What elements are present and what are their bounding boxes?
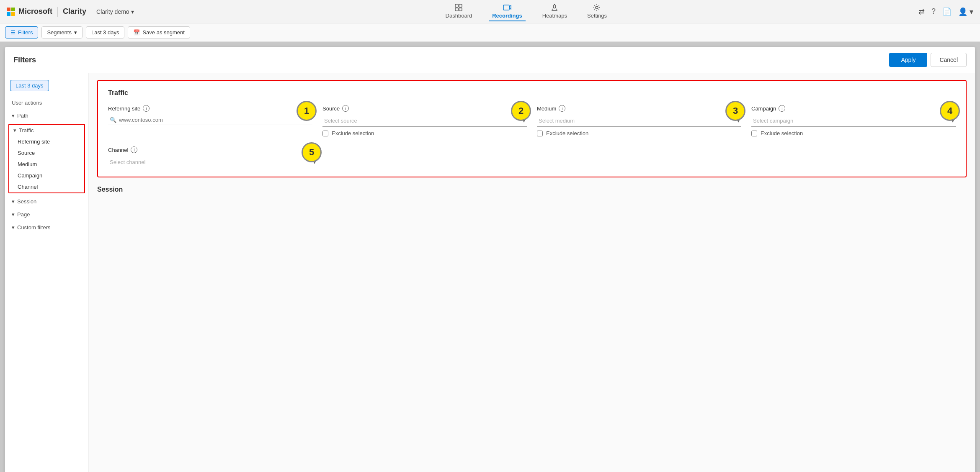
- traffic-row-2: Channel i Select channel ▾ 5: [108, 146, 956, 168]
- sidebar-item-medium[interactable]: Medium: [9, 159, 84, 170]
- chevron-page-icon: ▾: [12, 211, 15, 218]
- cancel-button[interactable]: Cancel: [931, 53, 967, 67]
- days-label: Last 3 days: [91, 29, 119, 36]
- app-label: Clarity: [63, 7, 86, 16]
- path-label: Path: [17, 113, 28, 119]
- campaign-select[interactable]: Select campaign ▾: [751, 115, 956, 127]
- badge-5: 5: [302, 142, 322, 162]
- source-select[interactable]: Select source ▾: [322, 115, 527, 127]
- sidebar-page[interactable]: ▾ Page: [5, 208, 88, 221]
- session-title: Session: [97, 186, 967, 193]
- filter-header: Filters Apply Cancel: [5, 47, 975, 73]
- referring-site-info-icon[interactable]: i: [143, 105, 150, 112]
- notifications-button[interactable]: 📄: [942, 7, 952, 16]
- referring-site-input-wrap: 🔍: [108, 115, 312, 125]
- sidebar-session-section: ▾ Session: [5, 195, 88, 208]
- referring-site-input[interactable]: [119, 117, 311, 123]
- traffic-section-box: Traffic Referring site i 🔍 1: [97, 80, 967, 177]
- chevron-session-icon: ▾: [12, 198, 15, 205]
- source-exclude-row: Exclude selection: [322, 130, 527, 136]
- account-button[interactable]: 👤 ▾: [958, 7, 973, 16]
- medium-group: Medium i Select medium ▾ Exclude selecti…: [537, 105, 741, 136]
- medium-exclude-checkbox[interactable]: [537, 131, 543, 136]
- traffic-row-1: Referring site i 🔍 1 Source i: [108, 105, 956, 136]
- chevron-custom-icon: ▾: [12, 224, 15, 231]
- days-button[interactable]: Last 3 days: [86, 26, 125, 38]
- segments-chevron-icon: ▾: [74, 29, 77, 36]
- channel-placeholder: Select channel: [110, 159, 145, 165]
- source-info-icon[interactable]: i: [342, 105, 349, 112]
- filter-sidebar: Last 3 days User actions ▾ Path ▾ Traffi…: [5, 73, 89, 472]
- sidebar-date-button[interactable]: Last 3 days: [10, 80, 49, 91]
- filters-label: Filters: [18, 29, 33, 36]
- sidebar-traffic-section: ▾ Traffic Referring site Source Medium C…: [8, 124, 85, 193]
- project-dropdown[interactable]: Clarity demo ▾: [96, 8, 134, 15]
- campaign-info-icon[interactable]: i: [779, 105, 785, 112]
- svg-rect-3: [459, 8, 462, 11]
- filter-body: Last 3 days User actions ▾ Path ▾ Traffi…: [5, 73, 975, 472]
- svg-rect-0: [455, 4, 458, 7]
- sidebar-traffic-header[interactable]: ▾ Traffic: [9, 125, 84, 136]
- source-exclude-label: Exclude selection: [332, 130, 374, 136]
- svg-rect-4: [503, 5, 509, 10]
- sidebar-item-referring-site[interactable]: Referring site: [9, 136, 84, 147]
- referring-site-label: Referring site: [108, 105, 140, 112]
- user-actions-label: User actions: [12, 100, 42, 106]
- nav-settings[interactable]: Settings: [584, 2, 610, 21]
- sidebar-user-actions-section: User actions: [5, 96, 88, 109]
- save-segment-button[interactable]: 📅 Save as segment: [128, 26, 190, 38]
- channel-spacer: [328, 146, 956, 168]
- nav-dashboard[interactable]: Dashboard: [442, 2, 476, 21]
- search-icon: 🔍: [110, 117, 116, 123]
- sidebar-custom-filters[interactable]: ▾ Custom filters: [5, 221, 88, 234]
- nav-heatmaps-label: Heatmaps: [542, 13, 567, 19]
- filter-title: Filters: [13, 56, 36, 64]
- session-label: Session: [17, 198, 36, 205]
- segments-label: Segments: [47, 29, 72, 36]
- segments-button[interactable]: Segments ▾: [41, 26, 83, 38]
- medium-info-icon[interactable]: i: [559, 105, 565, 112]
- channel-label: Channel: [108, 147, 128, 153]
- sidebar-item-channel[interactable]: Channel: [9, 181, 84, 192]
- sidebar-custom-section: ▾ Custom filters: [5, 221, 88, 234]
- channel-group: Channel i Select channel ▾ 5: [108, 146, 317, 168]
- channel-select[interactable]: Select channel ▾: [108, 156, 317, 168]
- svg-rect-2: [455, 8, 458, 11]
- microsoft-logo: [7, 8, 15, 16]
- referring-site-label-row: Referring site i: [108, 105, 312, 112]
- sidebar-user-actions[interactable]: User actions: [5, 96, 88, 109]
- source-label-row: Source i: [322, 105, 527, 112]
- campaign-exclude-label: Exclude selection: [761, 130, 803, 136]
- sidebar-item-campaign[interactable]: Campaign: [9, 170, 84, 181]
- source-group: Source i Select source ▾ Exclude selecti…: [322, 105, 527, 136]
- sidebar-path[interactable]: ▾ Path: [5, 109, 88, 122]
- apply-button[interactable]: Apply: [889, 53, 927, 67]
- ms-label: Microsoft: [18, 7, 52, 16]
- toolbar: ☰ Filters Segments ▾ Last 3 days 📅 Save …: [0, 23, 980, 42]
- badge-4: 4: [940, 101, 960, 121]
- traffic-section-label: Traffic: [19, 127, 34, 133]
- heatmaps-icon: [550, 3, 559, 12]
- chevron-traffic-icon: ▾: [13, 127, 16, 133]
- filter-panel: Filters Apply Cancel Last 3 days User ac…: [5, 47, 975, 472]
- help-button[interactable]: ?: [931, 7, 936, 16]
- share-button[interactable]: ⇄: [918, 7, 925, 16]
- medium-select[interactable]: Select medium ▾: [537, 115, 741, 127]
- sidebar-item-source[interactable]: Source: [9, 147, 84, 159]
- campaign-group: Campaign i Select campaign ▾ Exclude sel…: [751, 105, 956, 136]
- traffic-title: Traffic: [108, 89, 956, 97]
- channel-label-row: Channel i: [108, 146, 317, 153]
- channel-info-icon[interactable]: i: [131, 146, 137, 153]
- sidebar-session[interactable]: ▾ Session: [5, 195, 88, 208]
- campaign-exclude-checkbox[interactable]: [751, 131, 757, 136]
- settings-icon: [593, 3, 601, 12]
- filter-icon: ☰: [10, 29, 15, 36]
- nav-recordings-label: Recordings: [492, 13, 522, 19]
- nav-center: Dashboard Recordings Heatmaps Settings: [144, 2, 908, 21]
- nav-recordings[interactable]: Recordings: [489, 2, 526, 21]
- nav-heatmaps[interactable]: Heatmaps: [539, 2, 570, 21]
- filters-button[interactable]: ☰ Filters: [5, 26, 38, 38]
- save-segment-label: Save as segment: [142, 29, 184, 36]
- session-section: Session: [97, 186, 967, 193]
- source-exclude-checkbox[interactable]: [322, 131, 328, 136]
